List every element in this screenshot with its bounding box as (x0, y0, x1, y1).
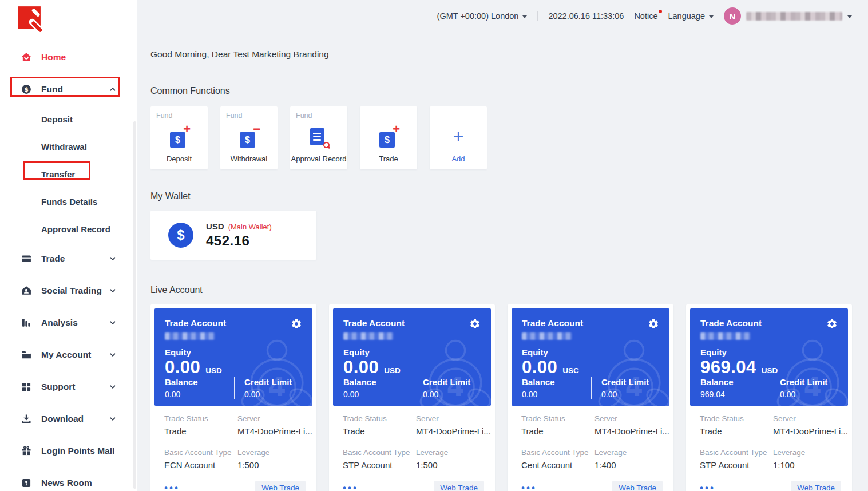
ellipsis-icon[interactable]: ••• (343, 485, 358, 491)
function-card-add[interactable]: +Add (430, 106, 487, 169)
web-trade-button[interactable]: Web Trade (612, 481, 663, 491)
approval-record-icon (290, 126, 347, 148)
live-account-card: Trade Account Equity 0.00 USC Balance 0.… (508, 304, 673, 491)
ellipsis-icon[interactable]: ••• (700, 485, 715, 491)
credit-limit-label: Credit Limit (601, 377, 649, 387)
withdrawal-icon: $− (220, 126, 278, 148)
account-info: Trade Status Trade Server MT4-DooPrime-L… (512, 406, 669, 491)
live-account-card: Trade Account Equity 0.00 USD Balance 0.… (150, 304, 316, 491)
chevron-down-icon (522, 15, 527, 18)
notice-label: Notice (634, 11, 657, 21)
ellipsis-icon[interactable]: ••• (521, 485, 537, 491)
sidebar-item-label: Fund (41, 84, 63, 94)
sidebar-item-news-room[interactable]: News Room (0, 467, 137, 491)
fund-icon: $ (21, 84, 32, 95)
account-number-redacted (522, 332, 572, 340)
function-card-approval-record[interactable]: FundApproval Record (290, 106, 347, 169)
function-card-deposit[interactable]: Fund$+Deposit (150, 106, 208, 169)
gear-icon[interactable] (826, 318, 838, 332)
web-trade-button[interactable]: Web Trade (434, 481, 484, 491)
equity-currency: USD (384, 366, 401, 375)
credit-limit-label: Credit Limit (244, 377, 292, 387)
sidebar-item-label: News Room (41, 478, 92, 488)
sidebar-item-label: Analysis (41, 318, 78, 328)
sidebar-item-support[interactable]: Support (0, 371, 137, 403)
sidebar-item-analysis[interactable]: Analysis (0, 307, 137, 339)
web-trade-button[interactable]: Web Trade (255, 481, 306, 491)
grid-icon (21, 381, 32, 393)
chevron-down-icon (109, 255, 116, 262)
sidebar-item-deposit[interactable]: Deposit (0, 105, 137, 133)
gear-icon[interactable] (469, 318, 481, 332)
wallet-amount: 452.16 (206, 233, 272, 249)
equity-value: 0.00 (165, 357, 200, 378)
sidebar-item-fund[interactable]: $Fund (0, 73, 137, 105)
my-wallet-title: My Wallet (150, 191, 852, 201)
dollar-coin-icon: $ (168, 223, 193, 248)
account-type-label: Basic Account Type (164, 448, 237, 457)
sidebar: Home$FundDepositWithdrawalTransferFunds … (0, 0, 137, 491)
server-value: MT4-DooPrime-Li... (237, 426, 312, 436)
main-content: (GMT +00:00) London 2022.06.16 11:33:06 … (137, 0, 868, 491)
home-icon (21, 52, 32, 63)
sidebar-item-download[interactable]: Download (0, 403, 137, 435)
credit-limit-value: 0.00 (423, 390, 470, 399)
sidebar-item-funds-details[interactable]: Funds Details (0, 188, 137, 215)
credit-limit-value: 0.00 (244, 390, 292, 399)
sidebar-scrollbar[interactable] (133, 121, 136, 489)
sidebar-item-social-trading[interactable]: Social Trading (0, 275, 137, 307)
user-menu[interactable]: N (724, 7, 852, 25)
function-card-label: Approval Record (290, 155, 347, 163)
sidebar-item-trade[interactable]: Trade (0, 243, 137, 275)
wallet-text: USD (Main Wallet) 452.16 (206, 221, 272, 249)
sidebar-subitem-label: Approval Record (41, 224, 110, 234)
function-card-label: Add (430, 155, 487, 163)
sidebar-item-my-account[interactable]: My Account (0, 339, 137, 371)
timezone-selector[interactable]: (GMT +00:00) London (437, 11, 528, 21)
topbar: (GMT +00:00) London 2022.06.16 11:33:06 … (150, 0, 852, 32)
sidebar-item-home[interactable]: Home (0, 41, 137, 73)
datetime-label: 2022.06.16 11:33:06 (548, 11, 624, 21)
trade-account-title: Trade Account (165, 318, 226, 328)
sidebar-item-label: Trade (41, 254, 65, 264)
trade-account-title: Trade Account (343, 318, 405, 328)
function-card-withdrawal[interactable]: Fund$−Withdrawal (220, 106, 278, 169)
sidebar-item-approval-record[interactable]: Approval Record (0, 215, 137, 243)
balance-value: 969.04 (700, 390, 770, 399)
trade-status-label: Trade Status (164, 414, 237, 423)
function-card-category: Fund (226, 112, 243, 120)
chevron-down-icon (709, 15, 714, 18)
sidebar-item-transfer[interactable]: Transfer (0, 160, 137, 188)
common-functions-row: Fund$+DepositFund$−WithdrawalFundApprova… (150, 106, 852, 169)
wallet-card[interactable]: $ USD (Main Wallet) 452.16 (150, 211, 316, 260)
server-label: Server (594, 414, 669, 423)
live-account-card: Trade Account Equity 969.04 USD Balance … (686, 304, 852, 491)
sidebar-item-login-points-mall[interactable]: Login Points Mall (0, 435, 137, 467)
brand-logo[interactable] (0, 0, 137, 41)
web-trade-button[interactable]: Web Trade (791, 481, 841, 491)
leverage-label: Leverage (237, 448, 312, 457)
balance-value: 0.00 (343, 390, 413, 399)
leverage-label: Leverage (594, 448, 669, 457)
language-selector[interactable]: Language (668, 11, 714, 21)
topbar-divider (537, 11, 538, 21)
leverage-value: 1:500 (237, 460, 312, 470)
sidebar-item-withdrawal[interactable]: Withdrawal (0, 133, 137, 160)
chevron-down-icon (109, 383, 116, 390)
gear-icon[interactable] (291, 318, 302, 332)
notice-button[interactable]: Notice (634, 11, 657, 21)
credit-limit-label: Credit Limit (423, 377, 470, 387)
function-card-trade[interactable]: $+Trade (360, 106, 417, 169)
ellipsis-icon[interactable]: ••• (164, 485, 180, 491)
account-number-redacted (700, 332, 751, 340)
account-panel: Trade Account Equity 0.00 USC Balance 0.… (512, 308, 669, 406)
leverage-value: 1:500 (416, 460, 491, 470)
balance-value: 0.00 (165, 390, 234, 399)
gear-icon[interactable] (648, 318, 659, 332)
panel-divider (413, 377, 413, 399)
account-type-value: ECN Account (164, 460, 237, 470)
trade-status-label: Trade Status (521, 414, 594, 423)
wallet-currency: USD (206, 221, 224, 231)
function-card-label: Withdrawal (220, 155, 278, 163)
wallet-tag: (Main Wallet) (228, 223, 272, 231)
